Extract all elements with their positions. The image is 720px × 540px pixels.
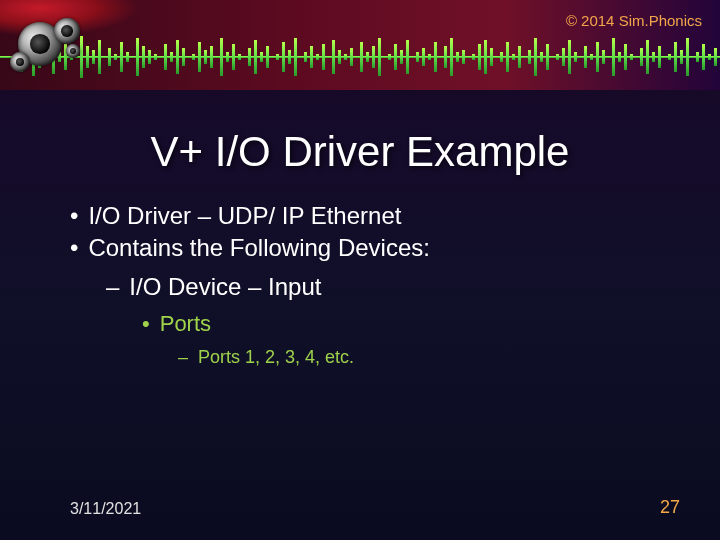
svg-rect-69: [490, 48, 493, 66]
waveform-graphic: [0, 32, 720, 82]
svg-rect-78: [556, 54, 559, 60]
svg-rect-85: [602, 50, 605, 64]
svg-rect-15: [114, 54, 117, 60]
footer-date: 3/11/2021: [70, 500, 141, 518]
svg-rect-38: [276, 54, 279, 60]
svg-rect-18: [136, 38, 139, 76]
svg-rect-46: [332, 40, 335, 74]
svg-rect-80: [568, 40, 571, 74]
svg-rect-82: [584, 46, 587, 68]
svg-rect-32: [232, 44, 235, 70]
svg-rect-89: [630, 54, 633, 60]
svg-rect-26: [192, 54, 195, 60]
svg-rect-93: [658, 46, 661, 68]
svg-rect-94: [668, 54, 671, 60]
svg-rect-101: [714, 48, 717, 66]
svg-rect-44: [316, 54, 319, 60]
svg-rect-22: [164, 44, 167, 70]
svg-rect-60: [428, 54, 431, 60]
slide-content: I/O Driver – UDP/ IP Ethernet Contains t…: [70, 200, 680, 369]
svg-rect-76: [540, 52, 543, 62]
svg-rect-14: [108, 48, 111, 66]
svg-rect-30: [220, 38, 223, 76]
bullet-level4: Ports 1, 2, 3, 4, etc.: [178, 345, 680, 369]
svg-rect-87: [618, 52, 621, 62]
svg-rect-16: [120, 42, 123, 72]
svg-rect-48: [344, 54, 347, 60]
svg-rect-37: [266, 46, 269, 68]
svg-rect-43: [310, 46, 313, 68]
svg-rect-88: [624, 44, 627, 70]
svg-rect-67: [478, 44, 481, 70]
svg-rect-100: [708, 54, 711, 60]
svg-rect-29: [210, 46, 213, 68]
svg-rect-47: [338, 50, 341, 64]
svg-rect-64: [456, 52, 459, 62]
svg-rect-12: [92, 50, 95, 64]
svg-rect-95: [674, 42, 677, 72]
svg-rect-53: [378, 38, 381, 76]
svg-rect-77: [546, 44, 549, 70]
svg-rect-97: [686, 38, 689, 76]
svg-rect-62: [444, 46, 447, 68]
svg-rect-51: [366, 52, 369, 62]
svg-rect-68: [484, 40, 487, 74]
bullet-level1: I/O Driver – UDP/ IP Ethernet: [70, 200, 680, 232]
svg-rect-58: [416, 52, 419, 62]
svg-rect-91: [646, 40, 649, 74]
svg-rect-28: [204, 50, 207, 64]
footer-page-number: 27: [660, 497, 680, 518]
svg-rect-45: [322, 44, 325, 70]
svg-rect-17: [126, 52, 129, 62]
svg-rect-79: [562, 48, 565, 66]
svg-rect-42: [304, 52, 307, 62]
header-banner: © 2014 Sim.Phonics: [0, 0, 720, 90]
bullet-level3: Ports: [142, 309, 680, 339]
svg-rect-61: [434, 42, 437, 72]
svg-rect-56: [400, 50, 403, 64]
svg-rect-23: [170, 52, 173, 62]
svg-rect-40: [288, 50, 291, 64]
copyright-text: © 2014 Sim.Phonics: [566, 12, 702, 29]
slide-title: V+ I/O Driver Example: [0, 128, 720, 176]
svg-rect-54: [388, 54, 391, 60]
svg-rect-35: [254, 40, 257, 74]
svg-rect-59: [422, 48, 425, 66]
svg-rect-19: [142, 46, 145, 68]
svg-rect-90: [640, 48, 643, 66]
svg-rect-24: [176, 40, 179, 74]
svg-rect-75: [534, 38, 537, 76]
svg-rect-39: [282, 42, 285, 72]
svg-rect-36: [260, 52, 263, 62]
svg-rect-55: [394, 44, 397, 70]
svg-rect-96: [680, 50, 683, 64]
svg-rect-49: [350, 48, 353, 66]
svg-rect-70: [500, 52, 503, 62]
svg-rect-98: [696, 52, 699, 62]
bullet-level1: Contains the Following Devices:: [70, 232, 680, 264]
svg-rect-83: [590, 54, 593, 60]
svg-rect-72: [512, 54, 515, 60]
svg-rect-41: [294, 38, 297, 76]
svg-rect-63: [450, 38, 453, 76]
svg-rect-84: [596, 42, 599, 72]
speaker-graphic: [10, 18, 90, 88]
svg-rect-66: [472, 54, 475, 60]
svg-rect-92: [652, 52, 655, 62]
svg-rect-65: [462, 50, 465, 64]
svg-rect-81: [574, 52, 577, 62]
svg-rect-21: [154, 54, 157, 60]
svg-rect-74: [528, 50, 531, 64]
svg-rect-71: [506, 42, 509, 72]
svg-rect-31: [226, 52, 229, 62]
svg-rect-33: [238, 54, 241, 60]
svg-rect-73: [518, 46, 521, 68]
svg-rect-99: [702, 44, 705, 70]
svg-rect-25: [182, 48, 185, 66]
svg-rect-57: [406, 40, 409, 74]
bullet-level2: I/O Device – Input: [106, 271, 680, 303]
svg-rect-27: [198, 42, 201, 72]
svg-rect-20: [148, 50, 151, 64]
svg-rect-52: [372, 46, 375, 68]
svg-rect-13: [98, 40, 101, 74]
